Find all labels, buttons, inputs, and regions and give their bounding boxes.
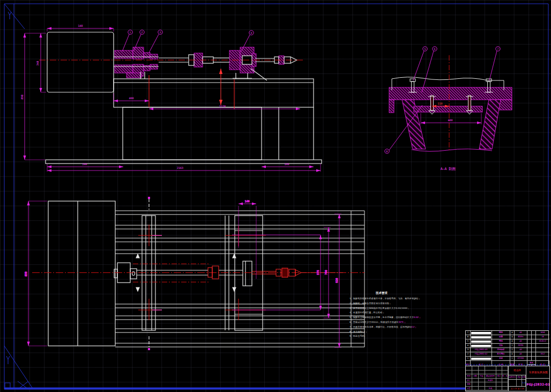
- sheet-info: 共 1 张 第 1 张: [509, 387, 526, 391]
- balloon-6: 6: [434, 48, 436, 50]
- part-note: [536, 357, 549, 361]
- label-docno: 更改文件号: [485, 374, 496, 379]
- front-view: 148 890 348 400 1128 240 108 2163 1 2 3 …: [20, 24, 322, 172]
- label-process: 工艺: [466, 387, 472, 391]
- title-block: 标记 处数 分区 更改文件号 签名 年、月、日 设计 标准化 审核 工艺 批准 …: [465, 366, 550, 391]
- part-name: 床身: [492, 357, 510, 361]
- balloon-4: 4: [251, 32, 252, 34]
- part-material: 45: [515, 348, 527, 352]
- part-material: 65Mn: [515, 335, 527, 339]
- note-line: 4、各紧固件必须拧紧，防止松动；: [349, 310, 426, 315]
- label-approve: 批准: [485, 387, 496, 391]
- part-note: M12: [536, 352, 549, 357]
- label-sign: 签名: [496, 374, 502, 379]
- label-count: 处数: [472, 374, 479, 379]
- drawing-title: 车床改装床身图: [526, 366, 550, 379]
- stage-values: 1:2: [509, 380, 526, 387]
- section-dimensions: 118 400: [421, 102, 481, 124]
- part-code: GB/T 5782—2000: [471, 339, 492, 344]
- plan-dimensions: 850 140 575 700 920: [24, 197, 341, 350]
- note-line: 7、外露表面涂灰色油漆，漆膜均匀，不得有流挂、起泡等缺陷C2；: [349, 325, 426, 330]
- part-qty: 1: [510, 357, 515, 361]
- parts-list: 7 GB/T 6170—2000 螺母 4 45 M16 6 GB/T 97.1…: [465, 330, 549, 369]
- front-dimensions: [25, 28, 321, 172]
- balloon-3: 3: [160, 31, 161, 34]
- dim-height-head: 348: [36, 61, 39, 65]
- cad-workspace: 148 890 348 400 1128 240 108 2163 1 2 3 …: [0, 0, 551, 392]
- part-code: GB/T 6170—2000: [471, 331, 492, 335]
- label-date: 年、月、日: [502, 374, 508, 379]
- part-note: M16×2: [536, 339, 549, 344]
- part-note: 16: [536, 335, 549, 339]
- part-code: FGJ-J2832-03: [471, 348, 492, 352]
- front-dimension-texts: 148 890 348 400 1128 240 108 2163: [20, 24, 289, 169]
- dim-bottom-overall: 2163: [177, 166, 183, 169]
- note-line: 1、装配前所有零件必须清洗干净，不得有毛刺、飞边、氧化皮等缺陷；: [349, 297, 426, 301]
- stage-zone: 组合件 阶段标记 质量 比例 1:2 共 1 张 第 1 张: [509, 366, 526, 391]
- part-qty: 4: [510, 339, 515, 344]
- front-geometry: [46, 32, 322, 164]
- part-class: 组合件: [509, 366, 526, 375]
- part-qty: 2: [510, 348, 515, 352]
- drawing-number: FGJ-J2832-01: [526, 379, 550, 391]
- part-note: [536, 348, 549, 352]
- section-label: A—A 剖面: [441, 167, 456, 171]
- tech-requirements: 技术要求 1、装配前所有零件必须清洗干净，不得有毛刺、飞边、氧化皮等缺陷； 2、…: [349, 291, 426, 339]
- part-no: 6: [466, 335, 471, 339]
- part-code: FGJ-J2832-04: [471, 344, 492, 348]
- part-material: Q235: [515, 344, 527, 348]
- part-note: [536, 344, 549, 348]
- part-name: 压板: [492, 344, 510, 348]
- note-line: 5、装配后主轴旋转应灵活平稳，无卡滞现象，径向圆跳动不大于0.02；: [349, 315, 426, 320]
- part-no: 5: [466, 339, 471, 344]
- dim-top-width: 148: [78, 24, 83, 27]
- part-qty: 4: [510, 335, 515, 339]
- dim-height-total: 890: [20, 94, 24, 99]
- part-material: 45: [515, 352, 527, 357]
- plan-red: [32, 225, 364, 320]
- part-name: 螺栓: [492, 339, 510, 344]
- drawing-id-zone: 车床改装床身图 FGJ-J2832-01: [526, 366, 550, 391]
- label-zone: 分区: [479, 374, 485, 379]
- label-check: 审核: [466, 382, 472, 387]
- part-code: FGJ-J2832-01: [471, 357, 492, 361]
- part-note: M16: [536, 331, 549, 335]
- block-divider: [465, 365, 549, 365]
- part-name: 双头螺柱: [492, 352, 510, 357]
- stage-headers: 阶段标记 质量 比例: [509, 375, 526, 380]
- note-line: 8、未注倒角C1；: [349, 330, 426, 335]
- part-no: 2: [466, 352, 471, 357]
- part-no: 1: [466, 357, 471, 361]
- scale-value: 1:2: [522, 380, 526, 386]
- dim-right-mid: 700: [324, 270, 327, 275]
- part-qty: 1: [510, 344, 515, 348]
- label-mark: 标记: [466, 374, 472, 379]
- dim-bottom-left: 240: [82, 162, 87, 166]
- balloon-7: 7: [497, 48, 499, 50]
- balloon-2: 2: [142, 31, 143, 34]
- note-line: 9、锐边去毛刺。: [349, 334, 426, 339]
- note-line: 2、装配时，各配合表面应涂以润滑油脂；: [349, 301, 426, 306]
- part-material: HT200: [515, 357, 527, 361]
- note-line: 6、空载试运转不少于30min，轴承温升不得超过35℃；: [349, 320, 426, 325]
- dim-stud-offset: 118: [437, 102, 442, 105]
- part-no: 4: [466, 344, 471, 348]
- plan-view: 850 140 575 700 920: [24, 197, 364, 350]
- part-material: 45: [515, 339, 527, 344]
- part-no: 7: [466, 331, 471, 335]
- dim-right-inner: 575: [316, 270, 319, 275]
- part-qty: 4: [510, 331, 515, 335]
- label-design: 设计: [466, 379, 472, 383]
- balloon-1: 1: [130, 31, 131, 34]
- part-name: 调整垫铁: [492, 348, 510, 352]
- balloon-8: 8: [386, 150, 388, 153]
- dim-step: 400: [129, 97, 133, 100]
- part-qty: 4: [510, 352, 515, 357]
- tech-requirements-title: 技术要求: [349, 291, 414, 295]
- front-centerlines: [39, 60, 304, 109]
- part-code: FGJ-J2832-02: [471, 352, 492, 357]
- section-view: 118 400 5 6 7 8 A—A 剖面: [385, 47, 512, 171]
- label-standard: 标准化: [485, 379, 496, 383]
- dim-base-width: 400: [448, 119, 452, 122]
- part-code: GB/T 97.1—2002: [471, 335, 492, 339]
